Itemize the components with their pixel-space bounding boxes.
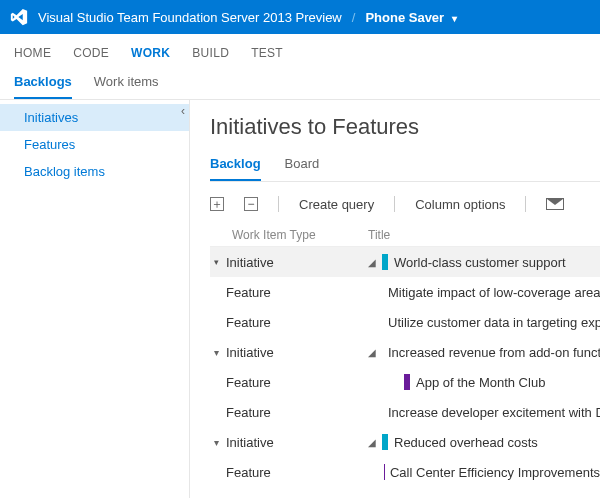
- sidebar: ‹ InitiativesFeaturesBacklog items: [0, 100, 190, 498]
- work-item-title: Mitigate impact of low-coverage areas: [388, 285, 600, 300]
- work-item-type: Initiative: [222, 435, 274, 450]
- page-title: Initiatives to Features: [210, 114, 600, 140]
- cell-title: ◢Mitigate impact of low-coverage areas: [368, 284, 600, 300]
- work-item-title: Increased revenue from add-on functional…: [388, 345, 600, 360]
- cell-work-item-type: ▾Feature: [210, 375, 368, 390]
- tree-toggle-icon[interactable]: ◢: [368, 257, 382, 268]
- nav-work[interactable]: WORK: [131, 46, 170, 60]
- tab-board[interactable]: Board: [285, 152, 320, 181]
- cell-title: ◢Reduced overhead costs: [368, 434, 600, 450]
- initiative-color-chip: [382, 254, 388, 270]
- nav-code[interactable]: CODE: [73, 46, 109, 60]
- cell-work-item-type: Initiative: [210, 255, 368, 270]
- project-switcher[interactable]: Phone Saver ▾: [365, 10, 456, 25]
- tab-backlog[interactable]: Backlog: [210, 152, 261, 181]
- work-item-title: World-class customer support: [394, 255, 566, 270]
- email-icon[interactable]: [546, 198, 564, 210]
- content-body: ‹ InitiativesFeaturesBacklog items Initi…: [0, 100, 600, 498]
- cell-work-item-type: ▾Initiative: [210, 345, 368, 360]
- vs-logo-icon: [8, 6, 30, 28]
- column-header-title[interactable]: Title: [368, 228, 600, 242]
- project-name: Phone Saver: [365, 10, 444, 25]
- work-item-type: Feature: [222, 375, 271, 390]
- column-header-type[interactable]: Work Item Type: [228, 228, 368, 242]
- grid-header: Work Item Type Title: [210, 222, 600, 247]
- feature-color-chip: [404, 374, 410, 390]
- chevron-down-icon: ▾: [452, 13, 457, 24]
- cell-work-item-type: ▾Feature: [210, 405, 368, 420]
- work-item-title: Utilize customer data in targeting expan…: [388, 315, 600, 330]
- main-pane: Initiatives to Features BacklogBoard ＋ −…: [190, 100, 600, 498]
- row-expand-caret[interactable]: ▾: [210, 437, 222, 448]
- toolbar-separator: [278, 196, 279, 212]
- grid-row[interactable]: Initiative◢World-class customer support: [210, 247, 600, 277]
- product-name: Visual Studio Team Foundation Server 201…: [38, 10, 342, 25]
- cell-title: ◢Increased revenue from add-on functiona…: [368, 344, 600, 360]
- work-item-type: Feature: [222, 405, 271, 420]
- column-options-button[interactable]: Column options: [415, 197, 505, 212]
- cell-work-item-type: ▾Initiative: [210, 435, 368, 450]
- work-item-title: Reduced overhead costs: [394, 435, 538, 450]
- grid-row[interactable]: ▾Initiative◢Reduced overhead costs: [210, 427, 600, 457]
- cell-title: ◢Call Center Efficiency Improvements: [368, 464, 600, 480]
- primary-nav: HOMECODEWORKBUILDTEST: [0, 34, 600, 62]
- nav-home[interactable]: HOME: [14, 46, 51, 60]
- grid-body: Initiative◢World-class customer support▾…: [210, 247, 600, 487]
- tree-toggle-icon[interactable]: ◢: [368, 347, 382, 358]
- sidebar-item-features[interactable]: Features: [0, 131, 189, 158]
- toolbar-separator: [394, 196, 395, 212]
- nav-test[interactable]: TEST: [251, 46, 283, 60]
- tree-toggle-icon[interactable]: ◢: [368, 437, 382, 448]
- cell-work-item-type: ▾Feature: [210, 315, 368, 330]
- toolbar: ＋ − Create query Column options: [210, 188, 600, 222]
- cell-work-item-type: ▾Feature: [210, 465, 368, 480]
- header-separator: /: [352, 10, 356, 25]
- work-item-type: Feature: [222, 315, 271, 330]
- work-item-type: Initiative: [222, 345, 274, 360]
- cell-title: ◢Utilize customer data in targeting expa…: [368, 314, 600, 330]
- work-item-type: Feature: [222, 465, 271, 480]
- sidebar-item-backlog-items[interactable]: Backlog items: [0, 158, 189, 185]
- grid-row[interactable]: ▾Feature◢Mitigate impact of low-coverage…: [210, 277, 600, 307]
- work-item-title: Call Center Efficiency Improvements: [390, 465, 600, 480]
- grid-row[interactable]: ▾Feature◢Utilize customer data in target…: [210, 307, 600, 337]
- row-expand-caret[interactable]: ▾: [210, 347, 222, 358]
- subnav-work-items[interactable]: Work items: [94, 68, 159, 99]
- work-item-title: App of the Month Club: [416, 375, 545, 390]
- app-header: Visual Studio Team Foundation Server 201…: [0, 0, 600, 34]
- cell-work-item-type: ▾Feature: [210, 285, 368, 300]
- cell-title: ◢World-class customer support: [368, 254, 600, 270]
- sidebar-collapse-handle[interactable]: ‹: [181, 104, 185, 118]
- sidebar-item-initiatives[interactable]: Initiatives: [0, 104, 189, 131]
- grid-row[interactable]: ▾Feature◢App of the Month Club: [210, 367, 600, 397]
- subnav-backlogs[interactable]: Backlogs: [14, 68, 72, 99]
- nav-build[interactable]: BUILD: [192, 46, 229, 60]
- view-tabs: BacklogBoard: [210, 152, 600, 182]
- grid-row[interactable]: ▾Feature◢Increase developer excitement w…: [210, 397, 600, 427]
- grid-row[interactable]: ▾Feature◢Call Center Efficiency Improvem…: [210, 457, 600, 487]
- work-item-title: Increase developer excitement with Devel…: [388, 405, 600, 420]
- initiative-color-chip: [382, 434, 388, 450]
- toolbar-separator: [525, 196, 526, 212]
- cell-title: ◢App of the Month Club: [368, 374, 600, 390]
- grid-row[interactable]: ▾Initiative◢Increased revenue from add-o…: [210, 337, 600, 367]
- secondary-nav: BacklogsWork items: [0, 62, 600, 100]
- collapse-all-icon[interactable]: −: [244, 197, 258, 211]
- create-query-button[interactable]: Create query: [299, 197, 374, 212]
- work-item-type: Feature: [222, 285, 271, 300]
- work-item-type: Initiative: [222, 255, 274, 270]
- add-item-icon[interactable]: ＋: [210, 197, 224, 211]
- cell-title: ◢Increase developer excitement with Deve…: [368, 404, 600, 420]
